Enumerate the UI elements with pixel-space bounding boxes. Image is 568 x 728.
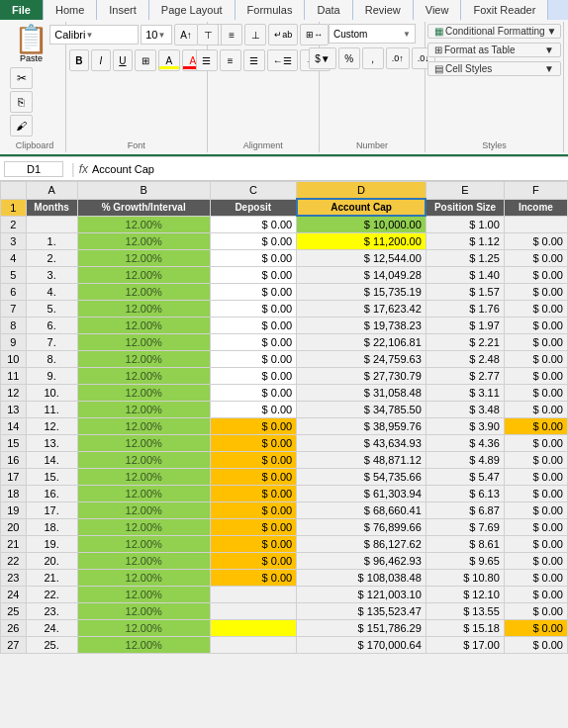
cell-d11[interactable]: $ 27,730.79 (297, 367, 426, 384)
row-header-1[interactable]: 1 (1, 199, 27, 216)
align-bottom-button[interactable]: ⊥ (244, 24, 266, 46)
cell-f7[interactable]: $ 0.00 (504, 300, 567, 317)
cell-e15[interactable]: $ 4.36 (426, 434, 504, 451)
col-header-d[interactable]: D (297, 182, 426, 200)
row-header-26[interactable]: 26 (1, 619, 27, 636)
cell-d10[interactable]: $ 24,759.63 (297, 350, 426, 367)
cell-d8[interactable]: $ 19,738.23 (297, 317, 426, 333)
cell-b24[interactable]: 12.00% (77, 586, 210, 602)
cell-a19[interactable]: 17. (26, 501, 77, 518)
col-header-corner[interactable] (1, 182, 27, 200)
cell-c11[interactable]: $ 0.00 (210, 367, 296, 384)
cell-d6[interactable]: $ 15,735.19 (297, 283, 426, 300)
cell-f1[interactable]: Income (504, 199, 567, 216)
underline-button[interactable]: U (113, 49, 133, 71)
tab-data[interactable]: Data (305, 0, 352, 20)
decrease-indent-button[interactable]: ←☰ (267, 49, 298, 71)
font-family-dropdown[interactable]: Calibri ▼ (49, 25, 139, 45)
row-header-27[interactable]: 27 (1, 636, 27, 653)
cell-b10[interactable]: 12.00% (77, 350, 210, 367)
row-header-16[interactable]: 16 (1, 451, 27, 468)
cell-d16[interactable]: $ 48,871.12 (297, 451, 426, 468)
cell-f20[interactable]: $ 0.00 (504, 518, 567, 535)
cell-d18[interactable]: $ 61,303.94 (297, 485, 426, 501)
row-header-18[interactable]: 18 (1, 485, 27, 501)
increase-font-button[interactable]: A↑ (174, 24, 198, 46)
cell-f2[interactable] (504, 216, 567, 232)
cell-a4[interactable]: 2. (26, 249, 77, 266)
cell-f9[interactable]: $ 0.00 (504, 333, 567, 350)
cell-b22[interactable]: 12.00% (77, 552, 210, 569)
col-header-f[interactable]: F (504, 182, 567, 200)
copy-button[interactable]: ⎘ (10, 91, 33, 113)
cell-c10[interactable]: $ 0.00 (210, 350, 296, 367)
cell-e12[interactable]: $ 3.11 (426, 384, 504, 401)
cell-d13[interactable]: $ 34,785.50 (297, 401, 426, 417)
wrap-text-button[interactable]: ↵ab (268, 24, 298, 46)
cell-a11[interactable]: 9. (26, 367, 77, 384)
tab-review[interactable]: Review (353, 0, 414, 20)
cell-d17[interactable]: $ 54,735.66 (297, 468, 426, 485)
cell-a24[interactable]: 22. (26, 586, 77, 602)
cell-d5[interactable]: $ 14,049.28 (297, 266, 426, 283)
percent-button[interactable]: % (338, 47, 360, 69)
row-header-12[interactable]: 12 (1, 384, 27, 401)
cell-f11[interactable]: $ 0.00 (504, 367, 567, 384)
cell-e16[interactable]: $ 4.89 (426, 451, 504, 468)
row-header-13[interactable]: 13 (1, 401, 27, 417)
tab-home[interactable]: Home (44, 0, 97, 20)
cell-e3[interactable]: $ 1.12 (426, 232, 504, 249)
row-header-21[interactable]: 21 (1, 535, 27, 552)
cell-e8[interactable]: $ 1.97 (426, 317, 504, 333)
cell-d4[interactable]: $ 12,544.00 (297, 249, 426, 266)
cell-e7[interactable]: $ 1.76 (426, 300, 504, 317)
cell-f6[interactable]: $ 0.00 (504, 283, 567, 300)
cell-e1[interactable]: Position Size (426, 199, 504, 216)
row-header-10[interactable]: 10 (1, 350, 27, 367)
cell-a18[interactable]: 16. (26, 485, 77, 501)
align-left-button[interactable]: ☰ (196, 49, 218, 71)
tab-foxit[interactable]: Foxit Reader (461, 0, 548, 20)
fill-color-button[interactable]: A (158, 49, 180, 71)
cell-c18[interactable]: $ 0.00 (210, 485, 296, 501)
cell-c21[interactable]: $ 0.00 (210, 535, 296, 552)
cell-a2[interactable] (26, 216, 77, 232)
cell-f24[interactable]: $ 0.00 (504, 586, 567, 602)
paste-button[interactable]: 📋 Paste (10, 24, 52, 65)
cell-c2[interactable]: $ 0.00 (210, 216, 296, 232)
cell-a20[interactable]: 18. (26, 518, 77, 535)
cell-e22[interactable]: $ 9.65 (426, 552, 504, 569)
border-button[interactable]: ⊞ (135, 49, 156, 71)
cell-b20[interactable]: 12.00% (77, 518, 210, 535)
cell-f13[interactable]: $ 0.00 (504, 401, 567, 417)
cell-a16[interactable]: 14. (26, 451, 77, 468)
cell-b16[interactable]: 12.00% (77, 451, 210, 468)
cell-e26[interactable]: $ 15.18 (426, 619, 504, 636)
cell-c15[interactable]: $ 0.00 (210, 434, 296, 451)
cell-d25[interactable]: $ 135,523.47 (297, 602, 426, 619)
cell-b19[interactable]: 12.00% (77, 501, 210, 518)
cell-e20[interactable]: $ 7.69 (426, 518, 504, 535)
cell-a21[interactable]: 19. (26, 535, 77, 552)
row-header-22[interactable]: 22 (1, 552, 27, 569)
row-header-11[interactable]: 11 (1, 367, 27, 384)
cell-f26[interactable]: $ 0.00 (504, 619, 567, 636)
cell-c22[interactable]: $ 0.00 (210, 552, 296, 569)
currency-button[interactable]: $▼ (309, 47, 335, 69)
italic-button[interactable]: I (91, 49, 111, 71)
cell-a9[interactable]: 7. (26, 333, 77, 350)
cell-a25[interactable]: 23. (26, 602, 77, 619)
cell-c3[interactable]: $ 0.00 (210, 232, 296, 249)
cell-b9[interactable]: 12.00% (77, 333, 210, 350)
row-header-19[interactable]: 19 (1, 501, 27, 518)
cell-c14[interactable]: $ 0.00 (210, 417, 296, 434)
cell-c23[interactable]: $ 0.00 (210, 569, 296, 586)
row-header-2[interactable]: 2 (1, 216, 27, 232)
cell-a5[interactable]: 3. (26, 266, 77, 283)
cell-d27[interactable]: $ 170,000.64 (297, 636, 426, 653)
cell-d9[interactable]: $ 22,106.81 (297, 333, 426, 350)
cell-b1[interactable]: % Growth/Interval (77, 199, 210, 216)
tab-page-layout[interactable]: Page Layout (149, 0, 236, 20)
cell-a17[interactable]: 15. (26, 468, 77, 485)
row-header-23[interactable]: 23 (1, 569, 27, 586)
